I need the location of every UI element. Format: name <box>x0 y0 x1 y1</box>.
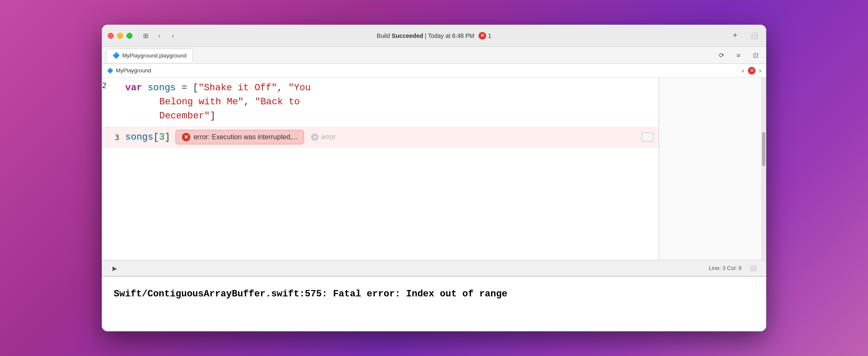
sidebar-toggle[interactable]: ⊞ ‹ › <box>139 30 179 41</box>
result-box <box>641 132 653 142</box>
breadcrumb-bar: 🔷 MyPlayground ‹ ✕ › <box>102 64 766 78</box>
build-succeeded: Succeeded <box>392 32 423 39</box>
nav-right-icon[interactable]: › <box>759 67 761 75</box>
toolbar: 🔷 MyPlayground.playground ⟳ ≡ ⊡ <box>102 47 766 64</box>
nav-forward[interactable]: › <box>167 30 179 41</box>
nav-left-icon[interactable]: ‹ <box>742 67 744 75</box>
code-line-2: 2 var songs = ["Shake it Off", "You Belo… <box>102 78 658 126</box>
grid-icon[interactable]: ⊡ <box>749 50 762 61</box>
scrollbar[interactable] <box>761 78 766 260</box>
build-status-area: Build Succeeded | Today at 6:48 PM ✕ 1 <box>377 32 491 40</box>
status-bar-right: Line: 3 Col: 9 ⬜ <box>709 263 759 274</box>
console-toggle[interactable]: ⬜ <box>747 263 759 274</box>
line-2-code: var songs = ["Shake it Off", "You Belong… <box>125 78 658 126</box>
error-count: 1 <box>488 32 491 39</box>
lines-icon[interactable]: ≡ <box>732 50 745 61</box>
console-output-text: Swift/ContiguousArrayBuffer.swift:575: F… <box>114 287 754 301</box>
results-sidebar <box>659 78 761 260</box>
refresh-icon[interactable]: ⟳ <box>715 50 728 61</box>
error-ghost-label: ✕ error <box>311 133 336 141</box>
traffic-lights: ✕ – ● <box>108 33 132 39</box>
breadcrumb-right: ‹ ✕ › <box>742 67 761 75</box>
add-button[interactable]: + <box>729 30 742 41</box>
scrollbar-thumb <box>762 132 765 166</box>
breadcrumb-swift-icon: 🔷 <box>107 68 113 74</box>
error-ghost-x: ✕ <box>311 133 319 141</box>
sidebar-icon[interactable]: ⊞ <box>139 30 152 41</box>
string-2-part2: Belong with Me" <box>159 97 244 107</box>
line-3-code-text: songs[3] <box>125 132 175 143</box>
identifier-songs: songs <box>148 83 176 93</box>
error-inline-bubble[interactable]: ✕ error: Execution was interrupted,... <box>175 130 305 144</box>
string-3-part1: "Back to <box>255 97 300 107</box>
line-number-2: 2 <box>102 78 125 126</box>
editor-area: 2 var songs = ["Shake it Off", "You Belo… <box>102 78 766 260</box>
error-count-area: ✕ 1 <box>479 32 491 40</box>
nav-back[interactable]: ‹ <box>153 30 166 41</box>
line-col-indicator: Line: 3 Col: 9 <box>709 265 742 271</box>
tab-playground[interactable]: 🔷 MyPlayground.playground <box>106 49 193 62</box>
titlebar: ✕ – ● ⊞ ‹ › Build Succeeded | Today at 6… <box>102 25 766 47</box>
layout-button[interactable]: ⬜ <box>747 30 760 41</box>
build-label: Build Succeeded | Today at 6:48 PM <box>377 32 474 39</box>
string-3-part2: December" <box>159 111 210 121</box>
minimize-button[interactable]: – <box>117 33 123 39</box>
keyword-var: var <box>125 83 142 93</box>
error-x-icon: ✕ <box>182 133 190 141</box>
string-2-part1: "You <box>288 83 311 93</box>
error-message-text: error: Execution was interrupted,... <box>194 133 298 141</box>
line-number-3: 3 <box>102 133 125 142</box>
xcode-window: ✕ – ● ⊞ ‹ › Build Succeeded | Today at 6… <box>102 25 766 331</box>
breadcrumb-label: MyPlayground <box>116 67 151 74</box>
code-line-3: 3 songs[3] ✕ error: Execution was interr… <box>102 126 658 148</box>
maximize-button[interactable]: ● <box>126 33 132 39</box>
code-editor[interactable]: 2 var songs = ["Shake it Off", "You Belo… <box>102 78 659 260</box>
bottom-bar: ▶ Line: 3 Col: 9 ⬜ <box>102 260 766 276</box>
output-console: Swift/ContiguousArrayBuffer.swift:575: F… <box>102 276 766 331</box>
toolbar-right: ⟳ ≡ ⊡ <box>715 50 762 61</box>
identifier-songs-3: songs <box>125 132 153 143</box>
result-box-icon[interactable] <box>641 132 653 142</box>
titlebar-right-icons: + ⬜ <box>729 30 760 41</box>
swift-tab-icon: 🔷 <box>112 52 120 59</box>
string-1: "Shake it Off" <box>198 83 277 93</box>
breadcrumb-error-badge: ✕ <box>748 67 756 75</box>
run-button[interactable]: ▶ <box>109 262 121 274</box>
error-badge: ✕ <box>479 32 486 40</box>
close-button[interactable]: ✕ <box>108 33 114 39</box>
tab-label: MyPlayground.playground <box>122 52 187 59</box>
